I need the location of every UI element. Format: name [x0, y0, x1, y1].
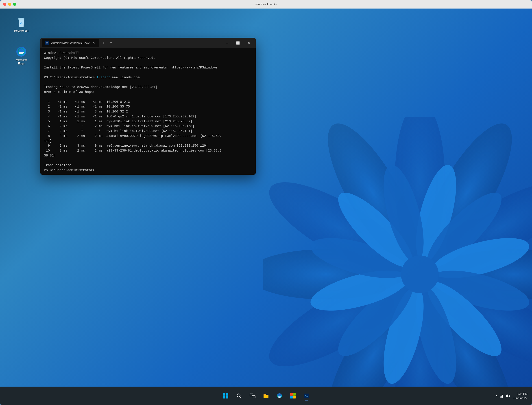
taskbar-time-display: 4:34 PM [513, 392, 527, 396]
svg-rect-42 [290, 396, 293, 398]
svg-rect-32 [226, 393, 228, 396]
mac-window: windows11-auto [0, 0, 532, 405]
ps-line-14: 4 <1 ms <1 ms <1 ms lo0-0.gw2.cjj1.us.li… [44, 114, 252, 119]
taskbar-center: PS [220, 390, 312, 402]
ps-line-16: 6 2 ms * 2 ms nyk-bb1-link.ip.twelve99.n… [44, 124, 252, 129]
taskview-icon [250, 393, 256, 399]
taskbar-taskview-button[interactable] [246, 390, 259, 402]
taskbar-clock[interactable]: 4:34 PM 12/28/2022 [513, 392, 527, 400]
mac-close-button[interactable] [3, 3, 6, 6]
svg-rect-40 [290, 393, 293, 396]
edge-label: Microsoft Edge [13, 58, 30, 65]
terminal-icon: PS [303, 393, 309, 399]
search-icon [236, 393, 242, 399]
ps-titlebar: PS Administrator: Windows Powe ✕ + ▾ ─ ⬜… [40, 38, 256, 48]
taskbar-terminal-button[interactable]: PS [300, 390, 312, 402]
ps-line-19: 171] [44, 139, 252, 144]
desktop-icon-recycle-bin[interactable]: ♻ Recycle Bin [11, 15, 31, 34]
ps-line-11: 1 <1 ms <1 ms <1 ms 10.206.8.213 [44, 100, 252, 105]
ps-line-1: Windows PowerShell [44, 51, 252, 56]
svg-rect-34 [226, 396, 228, 398]
taskbar: PS ∧ [0, 387, 532, 405]
ps-line-22: 38.81] [44, 153, 252, 158]
edge-icon [15, 46, 27, 57]
ps-line-12: 2 <1 ms <1 ms <1 ms 10.206.35.75 [44, 104, 252, 109]
ps-line-3 [44, 61, 252, 66]
svg-rect-26 [20, 18, 23, 19]
svg-rect-47 [500, 397, 501, 398]
edge-taskbar-icon [276, 393, 282, 399]
ps-dropdown-button[interactable]: ▾ [108, 40, 114, 46]
ps-new-tab-button[interactable]: + [100, 39, 107, 47]
svg-text:PS: PS [46, 42, 48, 44]
ps-line-6: PS C:\Users\Administrator> tracert www.l… [44, 75, 252, 80]
svg-rect-41 [293, 393, 296, 396]
svg-rect-49 [502, 395, 503, 398]
taskbar-edge-button[interactable] [273, 390, 286, 402]
taskbar-search-button[interactable] [233, 390, 245, 402]
mac-window-buttons [3, 3, 16, 6]
powershell-window: PS Administrator: Windows Powe ✕ + ▾ ─ ⬜… [40, 38, 256, 175]
svg-rect-43 [293, 396, 296, 398]
ps-tab-active[interactable]: PS Administrator: Windows Powe ✕ [42, 39, 99, 47]
svg-text:♻: ♻ [20, 21, 23, 25]
ps-line-18: 8 2 ms 2 ms 2 ms akamai-svc070079-lag003… [44, 134, 252, 139]
ps-line-2: Copyright (C) Microsoft Corporation. All… [44, 56, 252, 61]
svg-rect-33 [223, 396, 225, 398]
ps-line-10 [44, 95, 252, 100]
mac-maximize-button[interactable] [13, 3, 16, 6]
svg-text:PS: PS [305, 395, 307, 397]
desktop: ♻ Recycle Bin [0, 8, 532, 387]
svg-rect-31 [223, 393, 225, 396]
svg-rect-48 [501, 396, 502, 398]
ps-line-25: PS C:\Users\Administrator> [44, 168, 252, 173]
ps-line-8: Tracing route to e26254.dsca.akamaiedge.… [44, 85, 252, 90]
svg-point-24 [401, 256, 439, 293]
network-icon[interactable] [499, 393, 504, 398]
ps-restore-button[interactable]: ⬜ [233, 39, 243, 47]
ps-line-23 [44, 158, 252, 163]
mac-title: windows11-auto [256, 3, 276, 6]
ps-line-21: 10 2 ms 2 ms 2 ms a23-33-238-81.deploy.s… [44, 148, 252, 153]
ps-tab-label: Administrator: Windows Powe [51, 41, 90, 45]
taskbar-start-button[interactable] [220, 390, 232, 402]
ps-close-button[interactable]: ✕ [243, 39, 254, 47]
mac-minimize-button[interactable] [8, 3, 11, 6]
svg-marker-50 [506, 394, 508, 398]
taskbar-explorer-button[interactable] [260, 390, 272, 402]
wallpaper-bloom [263, 117, 532, 387]
ps-line-5 [44, 70, 252, 75]
taskbar-store-button[interactable] [287, 390, 299, 402]
ps-minimize-button[interactable]: ─ [222, 39, 232, 47]
ps-line-20: 9 2 ms 3 ms 9 ms ae6.sentinel-ewr.netarc… [44, 143, 252, 148]
ps-line-24: Trace complete. [44, 163, 252, 168]
ps-line-13: 3 <1 ms <1 ms 3 ms 10.206.32.2 [44, 109, 252, 114]
svg-line-36 [240, 397, 241, 398]
store-icon [290, 393, 296, 399]
taskbar-right: ∧ 4:34 PM 12/28/2022 [495, 392, 527, 400]
ps-line-4: Install the latest PowerShell for new fe… [44, 65, 252, 70]
taskbar-date-display: 12/28/2022 [513, 396, 527, 400]
ps-line-9: over a maximum of 30 hops: [44, 90, 252, 95]
tray-chevron-icon[interactable]: ∧ [495, 394, 498, 398]
mac-titlebar: windows11-auto [0, 0, 532, 8]
file-explorer-icon [263, 393, 269, 399]
ps-line-15: 5 1 ms 1 ms 1 ms nyk-b10-link.ip.twelve9… [44, 119, 252, 124]
ps-line-17: 7 2 ms * * nyk-b1-link.ip.twelve99.net [… [44, 129, 252, 134]
windows-logo-icon [223, 393, 229, 399]
volume-icon[interactable] [505, 393, 510, 398]
recycle-bin-label: Recycle Bin [14, 29, 28, 33]
ps-line-7 [44, 80, 252, 85]
ps-window-controls: ─ ⬜ ✕ [222, 39, 254, 47]
system-tray: ∧ [495, 393, 510, 398]
recycle-bin-icon: ♻ [15, 17, 27, 28]
ps-terminal-content[interactable]: Windows PowerShell Copyright (C) Microso… [40, 48, 256, 175]
ps-tab-close-button[interactable]: ✕ [92, 41, 96, 45]
desktop-icon-edge[interactable]: Microsoft Edge [11, 44, 31, 67]
ps-tab-icon: PS [45, 41, 49, 45]
